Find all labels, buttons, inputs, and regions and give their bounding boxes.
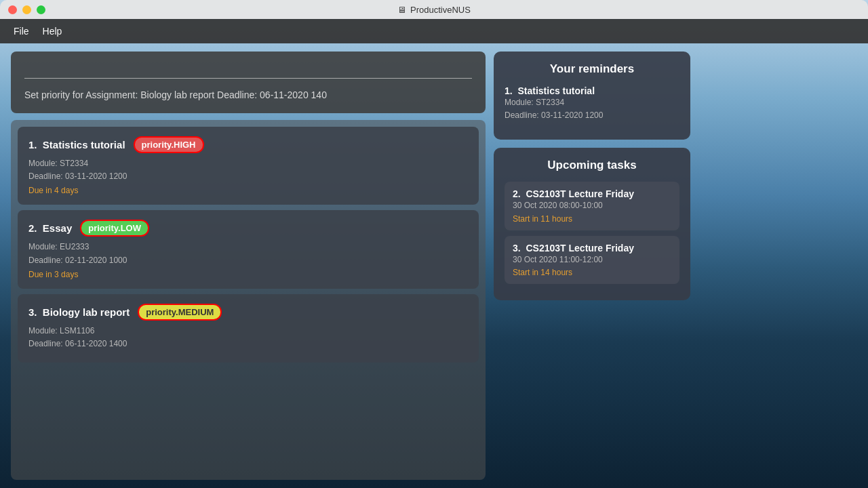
task-list[interactable]: 1. Statistics tutorial priority.HIGH Mod… (11, 120, 486, 480)
close-button[interactable] (8, 5, 17, 14)
maximize-button[interactable] (37, 5, 45, 14)
right-panel: Your reminders 1. Statistics tutorial Mo… (494, 52, 690, 480)
task-title-row-3: 3. Biology lab report priority.MEDIUM (28, 304, 468, 321)
menu-file[interactable]: File (14, 26, 29, 37)
reminders-title: Your reminders (505, 62, 679, 76)
reminder-item-1: 1. Statistics tutorial Module: ST2334 De… (505, 85, 679, 122)
task-card-1: 1. Statistics tutorial priority.HIGH Mod… (18, 127, 479, 205)
upcoming-event-time-2: Start in 14 hours (513, 268, 671, 277)
task-title-2: 2. Essay (28, 222, 72, 234)
task-title-3: 3. Biology lab report (28, 306, 130, 318)
command-input[interactable] (24, 62, 472, 79)
command-output: Set priority for Assignment: Biology lab… (24, 88, 472, 102)
task-due-1: Due in 4 days (28, 186, 468, 195)
upcoming-event-time-1: Start in 11 hours (513, 214, 671, 224)
content-area: Set priority for Assignment: Biology lab… (0, 43, 868, 488)
task-meta-1: Module: ST2334 Deadline: 03-11-2020 1200 (28, 157, 468, 183)
upcoming-title: Upcoming tasks (505, 159, 679, 172)
task-meta-2: Module: EU2333 Deadline: 02-11-2020 1000 (28, 241, 468, 266)
task-due-2: Due in 3 days (28, 270, 468, 279)
priority-badge-high: priority.HIGH (134, 136, 204, 153)
menu-help[interactable]: Help (43, 26, 62, 37)
window-title: 🖥 ProductiveNUS (397, 5, 471, 15)
upcoming-event-date-1: 30 Oct 2020 08:00-10:00 (513, 199, 671, 212)
priority-badge-low: priority.LOW (80, 220, 149, 237)
window-controls (8, 5, 45, 14)
command-box: Set priority for Assignment: Biology lab… (11, 52, 486, 113)
reminders-card: Your reminders 1. Statistics tutorial Mo… (494, 52, 690, 140)
upcoming-item-2: 3. CS2103T Lecture Friday 30 Oct 2020 11… (505, 236, 679, 284)
minimize-button[interactable] (22, 5, 31, 14)
task-title-row-1: 1. Statistics tutorial priority.HIGH (28, 136, 468, 153)
upcoming-event-title-1: 2. CS2103T Lecture Friday (513, 188, 671, 199)
app-title: ProductiveNUS (410, 5, 471, 15)
app-icon: 🖥 (397, 5, 406, 15)
menu-bar: File Help (0, 19, 868, 43)
priority-badge-medium: priority.MEDIUM (138, 304, 222, 321)
task-title-1: 1. Statistics tutorial (28, 139, 125, 150)
left-panel: Set priority for Assignment: Biology lab… (11, 52, 486, 480)
app-window: 🖥 ProductiveNUS File Help Set priority f… (0, 0, 868, 488)
upcoming-card: Upcoming tasks 2. CS2103T Lecture Friday… (494, 148, 690, 300)
reminder-item-title-1: 1. Statistics tutorial (505, 85, 679, 96)
upcoming-event-title-2: 3. CS2103T Lecture Friday (513, 243, 671, 253)
reminder-item-meta-1: Module: ST2334 Deadline: 03-11-2020 1200 (505, 96, 679, 122)
task-card-3: 3. Biology lab report priority.MEDIUM Mo… (18, 294, 479, 363)
task-title-row-2: 2. Essay priority.LOW (28, 220, 468, 237)
upcoming-event-date-2: 30 Oct 2020 11:00-12:00 (513, 253, 671, 266)
task-card-2: 2. Essay priority.LOW Module: EU2333 Dea… (18, 210, 479, 288)
title-bar: 🖥 ProductiveNUS (0, 0, 868, 19)
upcoming-item-1: 2. CS2103T Lecture Friday 30 Oct 2020 08… (505, 182, 679, 230)
task-meta-3: Module: LSM1106 Deadline: 06-11-2020 140… (28, 325, 468, 350)
